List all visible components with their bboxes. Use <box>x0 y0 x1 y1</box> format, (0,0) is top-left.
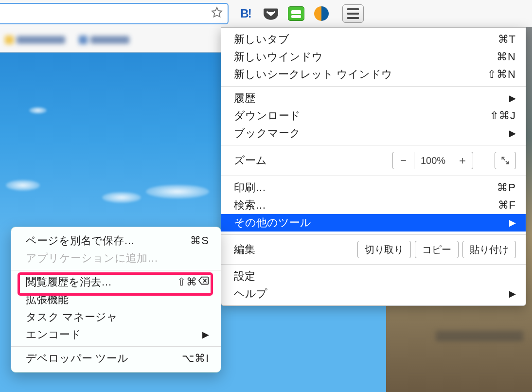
zoom-out-button[interactable]: − <box>392 152 414 169</box>
hamburger-line-icon <box>347 17 359 19</box>
zoom-controls: − 100% ＋ <box>392 152 473 169</box>
bookmarks-bar <box>0 27 229 53</box>
cloud-decoration <box>146 185 209 198</box>
submenu-separator <box>11 270 221 270</box>
menu-help[interactable]: ヘルプ ▶ <box>221 285 526 303</box>
bookmark-item-blurred[interactable] <box>79 36 129 44</box>
bookmark-star-icon[interactable] <box>210 6 224 21</box>
menu-new-window[interactable]: 新しいウインドウ ⌘N <box>221 48 526 66</box>
zoom-value: 100% <box>414 152 452 169</box>
copy-button[interactable]: コピー <box>415 241 459 258</box>
submenu-label: ページを別名で保存… <box>26 233 135 248</box>
menu-edit-row: 編集 切り取り コピー 貼り付け <box>221 238 526 261</box>
menu-shortcut: ⌘F <box>498 199 516 212</box>
submenu-shortcut: ⌘S <box>190 234 209 247</box>
submenu-arrow-icon: ▶ <box>202 329 209 340</box>
menu-history[interactable]: 履歴 ▶ <box>221 89 526 107</box>
submenu-developer-tools[interactable]: デベロッパー ツール ⌥⌘I <box>11 350 221 367</box>
menu-new-tab[interactable]: 新しいタブ ⌘T <box>221 31 526 48</box>
menu-new-incognito[interactable]: 新しいシークレット ウインドウ ⇧⌘N <box>221 66 526 83</box>
submenu-arrow-icon: ▶ <box>509 288 516 299</box>
desktop-file-label-blurred <box>436 331 523 341</box>
menu-separator <box>221 176 526 176</box>
submenu-shortcut: ⌥⌘I <box>182 352 209 365</box>
submenu-arrow-icon: ▶ <box>509 217 516 228</box>
hamburger-line-icon <box>347 13 359 15</box>
hamburger-line-icon <box>347 8 359 10</box>
menu-more-tools[interactable]: その他のツール ▶ <box>221 214 526 232</box>
cut-button[interactable]: 切り取り <box>357 241 411 258</box>
browser-toolbar: B! <box>0 0 532 27</box>
delete-key-icon <box>198 276 209 288</box>
menu-shortcut: ⌘P <box>497 181 516 194</box>
hatena-extension-icon[interactable]: B! <box>237 5 254 22</box>
menu-label: ブックマーク <box>234 126 301 141</box>
menu-shortcut: ⇧⌘N <box>487 68 516 81</box>
menu-label: 印刷… <box>234 180 266 195</box>
menu-label: その他のツール <box>234 215 311 230</box>
menu-label: ズーム <box>234 153 267 168</box>
extension-icons-group: B! <box>237 4 364 23</box>
shortcut-text: ⇧⌘ <box>177 276 197 288</box>
similarweb-extension-icon[interactable] <box>313 5 330 22</box>
submenu-separator <box>11 346 221 347</box>
menu-settings[interactable]: 設定 <box>221 267 526 285</box>
submenu-label: 拡張機能 <box>26 292 69 307</box>
cloud-decoration <box>102 192 141 203</box>
roboform-extension-icon[interactable] <box>288 6 304 21</box>
paste-button[interactable]: 貼り付け <box>462 241 516 258</box>
menu-separator <box>221 234 526 235</box>
submenu-label: タスク マネージャ <box>26 310 118 324</box>
menu-zoom-row: ズーム − 100% ＋ <box>221 148 526 173</box>
menu-separator <box>221 86 526 87</box>
zoom-in-button[interactable]: ＋ <box>452 152 473 169</box>
submenu-arrow-icon: ▶ <box>509 93 516 104</box>
submenu-extensions[interactable]: 拡張機能 <box>11 291 221 308</box>
menu-downloads[interactable]: ダウンロード ⇧⌘J <box>221 107 526 125</box>
menu-print[interactable]: 印刷… ⌘P <box>221 179 526 196</box>
menu-shortcut: ⌘T <box>498 33 516 46</box>
menu-label: 新しいウインドウ <box>234 50 323 64</box>
menu-label: 編集 <box>234 242 255 257</box>
fullscreen-button[interactable] <box>495 152 516 169</box>
submenu-task-manager[interactable]: タスク マネージャ <box>11 308 221 326</box>
more-tools-submenu: ページを別名で保存… ⌘S アプリケーションに追加… 閲覧履歴を消去… ⇧⌘ 拡… <box>11 227 221 373</box>
menu-label: 履歴 <box>234 91 255 106</box>
submenu-label: エンコード <box>26 327 81 342</box>
menu-separator <box>221 264 526 265</box>
submenu-encoding[interactable]: エンコード ▶ <box>11 326 221 343</box>
submenu-clear-browsing-data[interactable]: 閲覧履歴を消去… ⇧⌘ <box>11 273 221 291</box>
menu-bookmarks[interactable]: ブックマーク ▶ <box>221 125 526 142</box>
menu-label: 新しいシークレット ウインドウ <box>234 67 392 82</box>
address-bar[interactable] <box>0 3 229 24</box>
submenu-label: デベロッパー ツール <box>26 351 128 366</box>
menu-label: 検索… <box>234 198 266 213</box>
bookmark-item-blurred[interactable] <box>5 36 65 44</box>
submenu-shortcut: ⇧⌘ <box>177 276 209 288</box>
menu-label: 設定 <box>234 269 255 284</box>
menu-shortcut: ⌘N <box>497 51 516 63</box>
cloud-decoration <box>29 107 47 114</box>
main-menu-dropdown: 新しいタブ ⌘T 新しいウインドウ ⌘N 新しいシークレット ウインドウ ⇧⌘N… <box>221 27 526 306</box>
submenu-add-to-application: アプリケーションに追加… <box>11 249 221 267</box>
submenu-save-page-as[interactable]: ページを別名で保存… ⌘S <box>11 232 221 249</box>
main-menu-button[interactable] <box>342 4 364 23</box>
submenu-arrow-icon: ▶ <box>509 128 516 139</box>
menu-find[interactable]: 検索… ⌘F <box>221 196 526 214</box>
menu-label: ヘルプ <box>234 286 267 301</box>
pocket-extension-icon[interactable] <box>263 5 279 22</box>
menu-separator <box>221 145 526 145</box>
cloud-decoration <box>6 180 40 191</box>
menu-label: ダウンロード <box>234 108 301 123</box>
submenu-label: アプリケーションに追加… <box>26 251 158 266</box>
menu-shortcut: ⇧⌘J <box>490 109 516 122</box>
submenu-label: 閲覧履歴を消去… <box>26 275 112 289</box>
menu-label: 新しいタブ <box>234 32 289 47</box>
